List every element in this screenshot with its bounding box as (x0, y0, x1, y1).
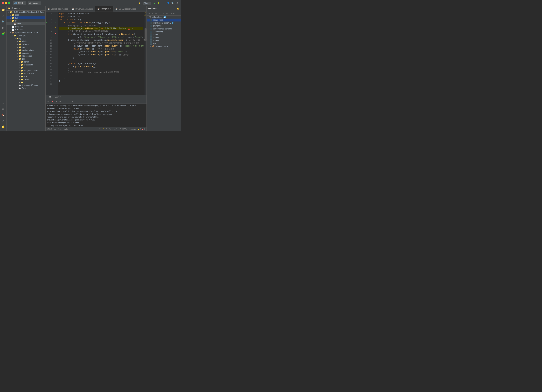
tree-item-result[interactable]: ▶ 📁 result (6, 78, 45, 81)
power-icon-status[interactable]: ⚡ (102, 128, 104, 130)
tree-item-callback[interactable]: ▶ 📁 callback (6, 43, 45, 46)
tree-label-jdbc-exceptions: exceptions (24, 64, 33, 66)
bookmarks-icon[interactable]: 🔖 (1, 113, 6, 118)
tree-label-callback: callback (22, 43, 29, 45)
encoding-indicator[interactable]: UTF-8 (122, 128, 127, 130)
maximize-button[interactable] (8, 2, 10, 4)
tab-main[interactable]: ☕ Main.java ✕ (95, 6, 114, 11)
db-item-study2[interactable]: 🗄️ study2 (147, 36, 181, 39)
filter-icon[interactable]: ≡ (59, 100, 61, 103)
debug-icon[interactable]: 🐛 (157, 2, 161, 5)
folder-icon[interactable]: 📁 (1, 7, 6, 13)
db-bell-icon[interactable]: 🔔 (177, 7, 179, 10)
close-button[interactable] (2, 2, 4, 4)
db-more-icon[interactable]: ⋯ (173, 12, 176, 15)
db-minus-icon[interactable]: − (151, 12, 154, 15)
tree-item-admin[interactable]: ▶ 📁 admin (6, 40, 45, 43)
tree-item-gitignore[interactable]: 📄 .gitignore (6, 25, 45, 28)
db-sync-icon[interactable]: ⇄ (166, 12, 168, 15)
gutter-9 (54, 35, 58, 38)
code-editor[interactable]: 1 2 ▾3 ▶4 5 6 7 8 9 10 ▾11 (46, 12, 146, 95)
db-refresh-icon[interactable]: ⟳ (155, 12, 158, 15)
db-item-sys[interactable]: 🗄️ sys (147, 42, 181, 45)
tree-item-mysql-connector[interactable]: ▾ 📦 mysql-connector-j-8.2.0.jar (6, 31, 45, 34)
tree-item-exceptions[interactable]: ▶ 📁 exceptions (6, 52, 45, 54)
account-icon[interactable]: 👤 (167, 2, 170, 5)
db-ddl-icon[interactable]: DDL (169, 12, 172, 15)
tree-item-blob[interactable]: ☕ Blob (6, 87, 45, 90)
scrollbar-track[interactable]: ▲2 ▲1 (145, 12, 146, 95)
run-tab-main[interactable]: Main ✕ (54, 96, 61, 98)
terminal-icon[interactable]: ⊞ (1, 107, 6, 112)
tree-item-src[interactable]: ▾ 📁 src (6, 19, 45, 22)
run-activity-icon[interactable]: ▶ (1, 25, 6, 30)
tree-item-jmx[interactable]: ▶ 📁 jmx (6, 75, 45, 78)
plugins-icon[interactable]: 🧩 (1, 31, 6, 36)
line-ending-indicator[interactable]: LF (119, 128, 121, 130)
vcs-icon[interactable]: ⚡ (138, 2, 141, 5)
tree-item-integration[interactable]: ▶ 📁 integration.c3p0 (6, 69, 45, 72)
search-activity-icon[interactable]: 🔍 (1, 19, 6, 24)
run-button[interactable]: ▶ (153, 2, 156, 5)
run-tab-close[interactable]: ✕ (60, 96, 61, 98)
tree-item-out[interactable]: ▶ 📁 out (6, 16, 45, 19)
tree-item-util[interactable]: ▶ 📁 util (6, 81, 45, 84)
tab-close-main[interactable]: ✕ (110, 8, 111, 10)
tree-item-jdbc[interactable]: ▾ 📁 JDBC ~/Desktop/CS/JavaEE/1 Jav... (6, 11, 45, 14)
tree-item-abandoned[interactable]: ☕ AbandonedConnec... (6, 84, 45, 87)
tab-socketfactory[interactable]: ☕ SocketFactory.class (46, 6, 70, 11)
settings-icon[interactable]: ⚙ (176, 2, 179, 5)
scroll-up-icon[interactable]: ↑ (63, 100, 65, 103)
more-run-icon[interactable]: ⋯ (70, 100, 73, 103)
breadcrumb-main-class: Main (58, 128, 62, 130)
db-item-staybooking[interactable]: 🗄️ staybooking (147, 30, 181, 33)
tab-more-button[interactable]: ⋯ (141, 6, 146, 11)
tree-item-jdbc-admin[interactable]: ▶ 📁 admin (6, 60, 45, 63)
db-item-performance-schema[interactable]: 🗄️ performance_schema (147, 27, 181, 30)
tree-label-src: src (15, 20, 17, 22)
db-item-information-schema[interactable]: 🗄️ information_schema (147, 22, 181, 24)
branch-selector[interactable]: ⎇ master ▾ (28, 1, 41, 5)
tree-item-jdbc-folder[interactable]: ▾ 📁 jdbc (6, 57, 45, 60)
git-icon[interactable]: Git (1, 101, 6, 106)
stop-icon[interactable]: ■ (51, 100, 54, 103)
tree-item-cj[interactable]: ▾ 📁 cj (6, 37, 45, 40)
db-item-server-objects[interactable]: ▶ 📦 Server Objects (147, 45, 181, 48)
tree-item-com-mysql[interactable]: ▾ 📁 com.mysql (6, 34, 45, 37)
rerun-icon[interactable]: ⟳ (47, 100, 50, 103)
more-options-icon[interactable]: ⋯ (162, 2, 165, 5)
vcs-activity-icon[interactable]: ⎇ (1, 13, 6, 19)
tab-sqlexception[interactable]: ☕ SQLException.class (114, 6, 138, 11)
minimize-button[interactable] (5, 2, 7, 4)
db-item-ebean-test[interactable]: 🗄️ ebean_test (147, 19, 181, 22)
todo-icon[interactable]: ✓ (1, 118, 6, 124)
db-item-study4[interactable]: 🗄️ study4 (147, 39, 181, 42)
tree-item-ha[interactable]: ▶ 📁 ha (6, 66, 45, 69)
db-export-icon[interactable]: ↑ (158, 12, 161, 15)
db-add-icon[interactable]: + (148, 12, 151, 15)
tab-drivermanager[interactable]: ☕ DriverManager.class (70, 6, 95, 11)
tree-item-interceptors[interactable]: ▶ 📁 interceptors (6, 54, 45, 57)
folder-icon-interceptors: 📁 (19, 55, 21, 57)
tree-item-configurations[interactable]: ▶ 📁 configurations (6, 49, 45, 52)
db-item-online-order[interactable]: 🗄️ onlineOrder (147, 24, 181, 27)
project-selector[interactable]: JD JDBC ▾ (13, 1, 26, 5)
tree-item-jdbc-interceptors[interactable]: ▶ 📁 interceptors (6, 72, 45, 75)
scroll-down-icon[interactable]: ↓ (66, 100, 69, 103)
tree-item-iml[interactable]: 📄 JDBC.iml (6, 28, 45, 31)
scrollbar-thumb[interactable] (145, 28, 146, 41)
run-tab-run[interactable]: Run (47, 96, 52, 98)
pause-icon[interactable]: ⏸ (55, 100, 58, 103)
run-config-selector[interactable]: Main ▾ (143, 2, 151, 5)
search-icon[interactable]: 🔍 (171, 2, 174, 5)
tree-item-conf[interactable]: ▶ 📁 conf (6, 46, 45, 49)
code-content[interactable]: import java.io.PrintWriter; import java.… (58, 12, 145, 95)
db-item-localhost[interactable]: ▾ 🔌 @localhost 10 (147, 16, 181, 19)
tree-item-jdbc-exceptions[interactable]: ▶ 📁 exceptions (6, 63, 45, 66)
notifications-icon[interactable]: 🔔 (1, 124, 6, 129)
db-import-icon[interactable]: ↓ (162, 12, 165, 15)
tree-item-main[interactable]: ☕ Main (6, 22, 45, 25)
db-item-study[interactable]: 🗄️ study (147, 33, 181, 36)
indent-indicator[interactable]: 4 spaces (129, 128, 136, 130)
tree-item-idea[interactable]: ▶ 📁 .idea (6, 14, 45, 16)
